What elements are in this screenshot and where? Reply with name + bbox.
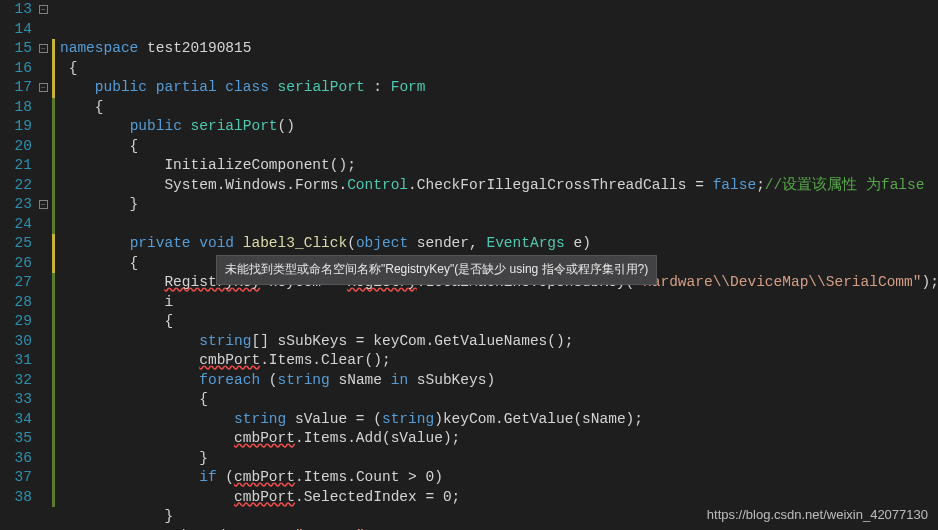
code-line[interactable]: } [60,195,938,215]
line-number: 23 [0,195,32,215]
line-number: 27 [0,273,32,293]
fold-toggle[interactable]: − [39,83,48,92]
code-line[interactable]: public serialPort() [60,117,938,137]
fold-toggle[interactable]: − [39,200,48,209]
line-number: 30 [0,332,32,352]
line-number: 19 [0,117,32,137]
code-line[interactable]: { [60,390,938,410]
code-line[interactable]: string[] sSubKeys = keyCom.GetValueNames… [60,332,938,352]
change-marker [52,273,55,507]
code-area[interactable]: namespace test20190815 { public partial … [56,0,938,530]
line-number: 35 [0,429,32,449]
code-line[interactable] [60,215,938,235]
line-number: 28 [0,293,32,313]
line-number: 14 [0,20,32,40]
fold-toggle[interactable]: − [39,44,48,53]
code-line[interactable]: { [60,59,938,79]
change-marker [52,39,55,98]
line-number: 26 [0,254,32,274]
code-line[interactable]: cmbPort.Items.Add(sValue); [60,429,938,449]
line-number: 15 [0,39,32,59]
code-line[interactable]: private void label3_Click(object sender,… [60,234,938,254]
line-number: 36 [0,449,32,469]
line-number: 20 [0,137,32,157]
code-line[interactable]: if (cmbPort.Items.Count > 0) [60,468,938,488]
line-number: 17 [0,78,32,98]
line-number: 13 [0,0,32,20]
code-line[interactable]: } [60,449,938,469]
line-number: 16 [0,59,32,79]
code-line[interactable]: cmbPort.Items.Clear(); [60,351,938,371]
line-number: 22 [0,176,32,196]
line-number: 34 [0,410,32,430]
fold-gutter[interactable]: −−−− [38,0,52,530]
line-number: 33 [0,390,32,410]
line-number-gutter: 1314151617181920212223242526272829303132… [0,0,38,530]
code-line[interactable]: i [60,293,938,313]
line-number: 24 [0,215,32,235]
code-line[interactable]: { [60,137,938,157]
code-line[interactable]: InitializeComponent(); [60,156,938,176]
error-tooltip: 未能找到类型或命名空间名称"RegistryKey"(是否缺少 using 指令… [216,255,657,285]
code-line[interactable]: { [60,98,938,118]
tooltip-text: 未能找到类型或命名空间名称"RegistryKey"(是否缺少 using 指令… [225,262,648,276]
fold-toggle[interactable]: − [39,5,48,14]
code-line[interactable]: System.Windows.Forms.Control.CheckForIll… [60,176,938,196]
line-number: 32 [0,371,32,391]
line-number: 25 [0,234,32,254]
code-line[interactable]: string sValue = (string)keyCom.GetValue(… [60,410,938,430]
change-marker [52,234,55,273]
line-number: 18 [0,98,32,118]
watermark: https://blog.csdn.net/weixin_42077130 [707,505,928,525]
line-number: 38 [0,488,32,508]
line-number: 37 [0,468,32,488]
code-line[interactable]: { [60,312,938,332]
line-number: 29 [0,312,32,332]
code-line[interactable]: public partial class serialPort : Form [60,78,938,98]
code-line[interactable]: namespace test20190815 [60,39,938,59]
change-marker [52,98,55,235]
code-editor[interactable]: 1314151617181920212223242526272829303132… [0,0,938,530]
line-number: 31 [0,351,32,371]
code-line[interactable]: cmbBaud.Text = "115200"; [60,527,938,531]
line-number: 21 [0,156,32,176]
code-line[interactable]: foreach (string sName in sSubKeys) [60,371,938,391]
